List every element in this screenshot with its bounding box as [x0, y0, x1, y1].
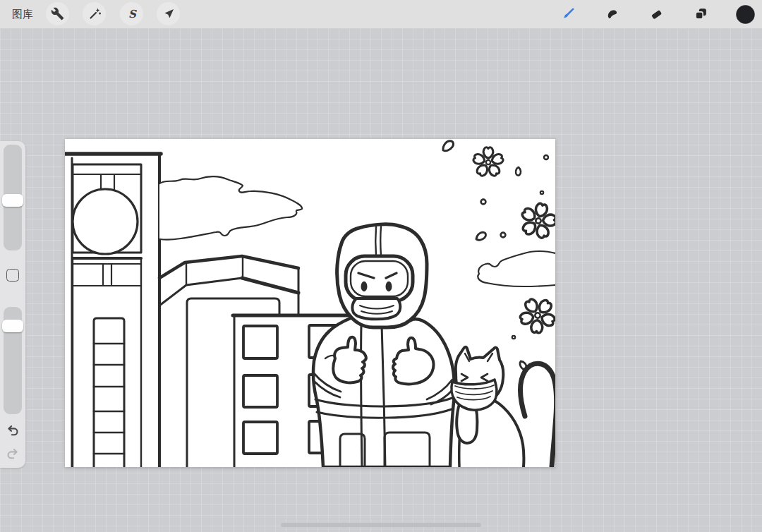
svg-text:S: S [128, 8, 137, 20]
building-left-tower [65, 154, 161, 467]
opacity-thumb[interactable] [2, 320, 23, 332]
suit-character [313, 224, 454, 467]
magic-wand-icon [87, 7, 102, 21]
masked-cat [452, 347, 555, 467]
smudge-button[interactable] [600, 2, 624, 25]
brush-size-thumb[interactable] [2, 194, 23, 207]
wrench-icon [51, 7, 64, 20]
smudge-icon [605, 6, 619, 21]
paint-brush-button[interactable] [556, 2, 579, 25]
redo-button[interactable] [6, 447, 20, 461]
transform-button[interactable] [157, 2, 180, 25]
gallery-button[interactable]: 图库 [12, 7, 33, 21]
paint-brush-icon [560, 6, 576, 22]
eraser-button[interactable] [645, 2, 668, 25]
eraser-icon [649, 6, 664, 21]
undo-icon [6, 423, 20, 437]
brush-sidebar [0, 141, 25, 468]
drawing-canvas[interactable] [65, 139, 555, 467]
modify-button[interactable] [6, 269, 19, 282]
adjustments-button[interactable] [83, 2, 106, 25]
undo-button[interactable] [6, 423, 20, 437]
layers-button[interactable] [689, 2, 713, 25]
canvas-artwork [65, 139, 555, 467]
actions-button[interactable] [46, 2, 69, 25]
top-toolbar: 图库 S [0, 0, 762, 29]
selection-button[interactable]: S [120, 2, 143, 25]
transform-arrow-icon [162, 7, 176, 21]
home-indicator[interactable] [281, 523, 481, 527]
selection-s-icon: S [125, 7, 139, 21]
redo-icon [6, 447, 20, 461]
color-swatch[interactable] [736, 5, 755, 24]
app-background: 图库 S [0, 0, 762, 532]
color-swatch-circle [736, 5, 755, 24]
layers-icon [694, 6, 708, 21]
